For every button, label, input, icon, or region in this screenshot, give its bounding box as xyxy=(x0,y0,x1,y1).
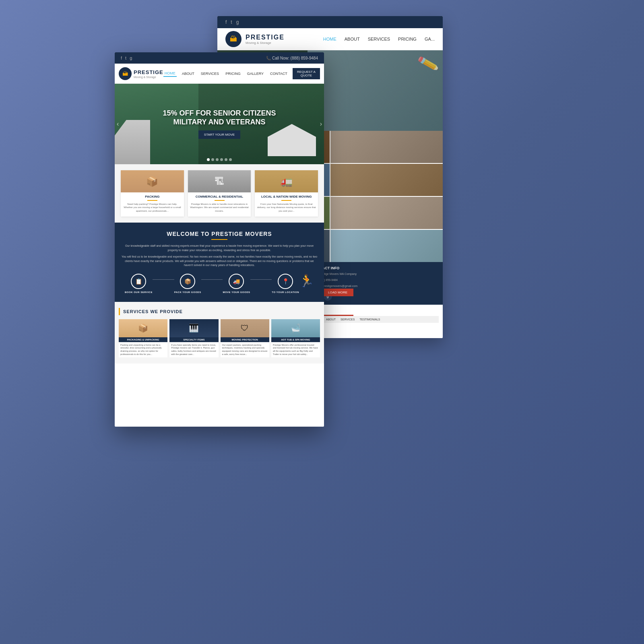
welcome-text-1: Our knowledgeable staff and skilled movi… xyxy=(121,244,318,252)
provide-label-hottub: HOT TUB & SPA MOVING xyxy=(271,337,320,342)
back-nav-about[interactable]: ABOUT xyxy=(345,37,360,41)
front-nav-links: HOME ABOUT SERVICES PRICING GALLERY CONT… xyxy=(163,68,320,79)
hero-dot-6[interactable] xyxy=(229,158,232,161)
back-nav-services[interactable]: SERVICES xyxy=(368,37,390,41)
hero-next-arrow[interactable]: › xyxy=(320,120,322,128)
back-footer-address: Prestige Movers WA Company xyxy=(318,272,357,275)
step-connector-1 xyxy=(153,279,174,280)
hero-cta-button[interactable]: START YOUR MOVE xyxy=(198,130,240,139)
step-book: 📋 BOOK OUR SERVICE xyxy=(125,274,153,293)
hero-dot-4[interactable] xyxy=(220,158,223,161)
gallery-thumb-2 xyxy=(330,131,443,163)
service-img-local: 🚛 xyxy=(255,170,318,192)
load-more-btn-1[interactable]: LOAD MORE xyxy=(322,289,353,296)
section-accent-bar xyxy=(119,308,120,315)
back-tab-services[interactable]: SERVICES xyxy=(341,318,355,321)
back-google-icon[interactable]: g xyxy=(236,19,239,25)
step-move: 🚚 MOVE YOUR GOODS xyxy=(223,274,250,293)
step-connector-2 xyxy=(201,279,223,280)
hero-dot-2[interactable] xyxy=(211,158,214,161)
packing-underline xyxy=(147,200,157,201)
front-phone-bar: 📞 Call Now: (888) 859-9484 xyxy=(266,56,318,60)
services-provide-section: SERVICES WE PROVIDE 📦 PACKAGING & UNPACK… xyxy=(115,302,324,364)
load-more-container-1: LOAD MORE xyxy=(322,288,353,298)
service-title-packing: PACKING xyxy=(123,195,182,198)
provide-img-specialty: 🎹 xyxy=(169,319,218,337)
step-pack: 📦 PACK YOUR GOODS xyxy=(174,274,201,293)
step-book-label: BOOK OUR SERVICE xyxy=(125,291,153,293)
provide-label-protection: MOVING PROTECTION xyxy=(221,337,269,342)
nav-link-about[interactable]: ABOUT xyxy=(181,71,196,76)
nav-link-home[interactable]: HOME xyxy=(163,70,177,77)
step-deliver-label: TO YOUR LOCATION xyxy=(272,291,299,293)
welcome-text-2: You will find us to be knowledgeable and… xyxy=(121,255,318,268)
gallery-thumb-4 xyxy=(330,164,443,196)
front-logo-text-container: PRESTIGE Moving & Storage xyxy=(134,68,163,78)
front-phone-number: Call Now: (888) 859-9484 xyxy=(272,56,318,60)
hottub-icon: 🛁 xyxy=(271,319,320,337)
step-move-icon: 🚚 xyxy=(229,274,244,289)
welcome-section: WELCOME TO PRESTIGE MOVERS Our knowledge… xyxy=(115,223,324,302)
provide-desc-protection: Our expert packers, specialized packing … xyxy=(221,342,269,358)
service-desc-local: From your free Nationwide Moving quote, … xyxy=(257,202,316,213)
service-cards-row: 📦 PACKING Need help packing? Prestige Mo… xyxy=(115,164,324,223)
front-browser-window: f t g 📞 Call Now: (888) 859-9484 🏔 PREST… xyxy=(115,52,324,427)
hero-content: 15% OFF FOR SENIOR CITIZENS MILITARY AND… xyxy=(163,109,276,139)
provide-img-protection: 🛡 xyxy=(221,319,269,337)
back-logo-icon: 🏔 xyxy=(225,31,242,47)
back-footer-address-item: 📍 Prestige Movers WA Company xyxy=(312,272,437,277)
provide-label-specialty: SPECIALTY ITEMS xyxy=(169,337,218,342)
back-nav-home[interactable]: HOME xyxy=(323,37,336,41)
service-card-local: 🚛 LOCAL & NATION WIDE MOVING From your f… xyxy=(255,170,318,217)
request-quote-button[interactable]: REQUEST A QUOTE xyxy=(293,68,320,79)
mover-figure: 🏃 xyxy=(299,274,314,288)
hero-section: 15% OFF FOR SENIOR CITIZENS MILITARY AND… xyxy=(115,84,324,164)
hero-prev-arrow[interactable]: ‹ xyxy=(117,120,119,128)
nav-link-services[interactable]: SERVICES xyxy=(200,71,220,76)
step-move-label: MOVE YOUR GOODS xyxy=(223,291,250,293)
welcome-title: WELCOME TO PRESTIGE MOVERS xyxy=(121,231,318,237)
gallery-thumb-8 xyxy=(330,230,443,262)
back-nav-pricing[interactable]: PRICING xyxy=(398,37,417,41)
provide-desc-packaging: Packing and unpacking a home can be a st… xyxy=(119,342,167,358)
step-deliver: 📍 TO YOUR LOCATION xyxy=(272,274,299,293)
provide-label-packaging: PACKAGING & UNPACKING xyxy=(119,337,167,342)
back-tab-about[interactable]: ABOUT xyxy=(326,318,336,321)
hero-title-line2: MILITARY AND VETERANS xyxy=(163,118,276,127)
nav-link-contact[interactable]: CONTACT xyxy=(269,71,289,76)
provide-card-packaging: 📦 PACKAGING & UNPACKING Packing and unpa… xyxy=(119,319,167,358)
front-twitter-icon[interactable]: t xyxy=(125,56,126,60)
back-nav-links: HOME ABOUT SERVICES PRICING GA... xyxy=(323,37,435,41)
provide-card-protection: 🛡 MOVING PROTECTION Our expert packers, … xyxy=(221,319,269,358)
back-tab-testimonials[interactable]: TESTIMONIALS xyxy=(359,318,380,321)
step-pack-icon: 📦 xyxy=(180,274,195,289)
service-desc-commercial: Prestige Movers is able to handle most r… xyxy=(190,202,249,213)
back-logo-text-container: PRESTIGE Moving & Storage xyxy=(246,34,285,45)
phone-icon-bar: 📞 xyxy=(266,56,272,60)
hero-dot-5[interactable] xyxy=(225,158,227,161)
hero-dot-1[interactable] xyxy=(207,158,210,161)
service-img-packing: 📦 xyxy=(121,170,184,192)
nav-link-gallery[interactable]: GALLERY xyxy=(246,71,265,76)
provide-desc-specialty: If you have specialty items you need to … xyxy=(169,342,218,358)
back-facebook-icon[interactable]: f xyxy=(225,19,227,25)
hero-dot-3[interactable] xyxy=(216,158,219,161)
front-logo-text: PRESTIGE xyxy=(134,69,163,75)
back-twitter-icon[interactable]: t xyxy=(231,19,232,25)
front-google-icon[interactable]: g xyxy=(130,56,132,60)
step-deliver-icon: 📍 xyxy=(278,274,293,289)
back-nav-gallery[interactable]: GA... xyxy=(425,37,435,41)
nav-link-pricing[interactable]: PRICING xyxy=(224,71,242,76)
hero-pagination-dots xyxy=(207,158,232,161)
packaging-icon: 📦 xyxy=(119,319,167,337)
front-nav: 🏔 PRESTIGE Moving & Storage HOME ABOUT S… xyxy=(115,64,324,84)
front-logo: 🏔 PRESTIGE Moving & Storage xyxy=(119,67,163,80)
back-footer-contact-title: CONTACT INFO xyxy=(312,266,437,270)
front-facebook-icon[interactable]: f xyxy=(121,56,122,60)
welcome-underline xyxy=(211,239,227,240)
specialty-icon: 🎹 xyxy=(169,319,218,337)
back-logo-container: 🏔 PRESTIGE Moving & Storage xyxy=(225,31,285,47)
step-connector-3 xyxy=(250,279,272,280)
back-services-tabs: ABOUT SERVICES TESTIMONIALS xyxy=(322,316,439,323)
service-title-local: LOCAL & NATION WIDE MOVING xyxy=(257,195,316,198)
